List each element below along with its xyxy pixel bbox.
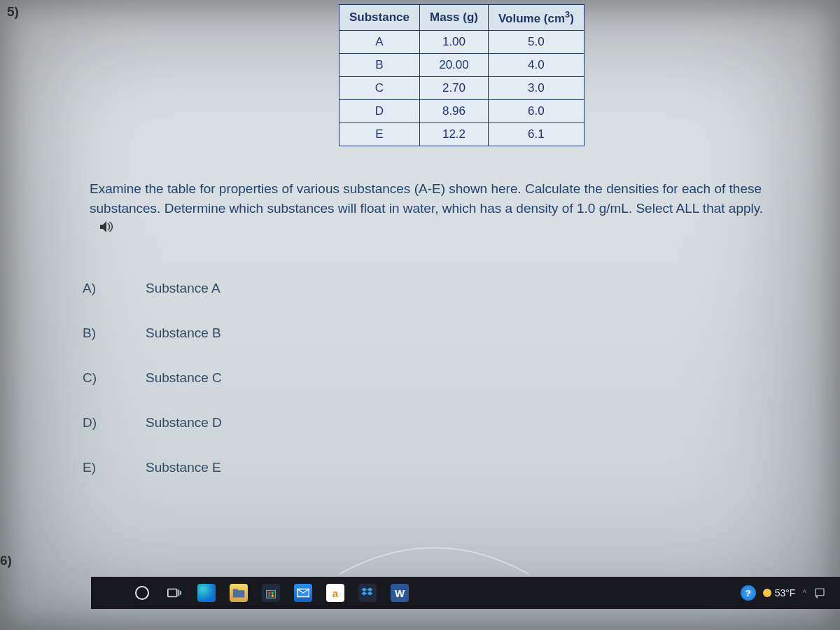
amazon-icon[interactable]: a	[323, 581, 347, 605]
table-cell-substance: C	[340, 76, 420, 99]
task-view-icon[interactable]	[162, 581, 186, 605]
choice-label: Substance C	[146, 370, 222, 386]
meet-now-icon[interactable]: ?	[741, 585, 756, 601]
table-cell-substance: E	[340, 122, 420, 146]
screen-photo: 5) 6) Substance Mass (g) Volume (cm3) A1…	[0, 0, 840, 630]
substance-table: Substance Mass (g) Volume (cm3) A1.005.0…	[339, 4, 584, 146]
answer-choices: A)Substance AB)Substance BC)Substance CD…	[83, 266, 222, 490]
reflection-curve	[336, 536, 532, 578]
question-number-6: 6)	[0, 553, 12, 568]
table-cell-mass: 8.96	[419, 99, 488, 122]
svg-rect-0	[168, 589, 177, 597]
choice-letter: A)	[83, 281, 104, 296]
temperature-text: 53°F	[775, 587, 796, 598]
table-cell-volume: 6.1	[488, 122, 584, 146]
table-cell-mass: 12.2	[419, 122, 488, 146]
choice-label: Substance D	[146, 415, 222, 430]
table-row: D8.966.0	[340, 99, 584, 122]
speaker-icon[interactable]	[98, 218, 115, 239]
table-row: A1.005.0	[340, 30, 584, 53]
svg-rect-3	[267, 590, 276, 598]
table-cell-volume: 3.0	[488, 76, 584, 99]
weather-widget[interactable]: 53°F	[763, 587, 796, 598]
choice-letter: C)	[83, 370, 104, 386]
svg-rect-8	[816, 589, 824, 596]
choice-label: Substance B	[146, 326, 221, 341]
answer-choice-B[interactable]: B)Substance B	[83, 311, 222, 356]
svg-rect-7	[272, 595, 274, 597]
table-cell-substance: D	[340, 99, 420, 122]
choice-label: Substance A	[146, 281, 220, 296]
answer-choice-C[interactable]: C)Substance C	[83, 356, 222, 400]
edge-browser-icon[interactable]	[195, 581, 218, 605]
word-icon[interactable]: W	[388, 581, 412, 605]
cortana-icon[interactable]	[130, 581, 154, 605]
answer-choice-A[interactable]: A)Substance A	[83, 266, 222, 311]
svg-rect-6	[268, 595, 270, 597]
table-cell-mass: 1.00	[419, 30, 488, 53]
choice-letter: D)	[83, 415, 104, 430]
dropbox-icon[interactable]	[356, 581, 379, 605]
windows-taskbar: a W ? 53°F ^	[91, 577, 840, 609]
table-cell-volume: 5.0	[488, 30, 584, 53]
table-row: B20.004.0	[340, 53, 584, 76]
svg-rect-5	[272, 592, 274, 594]
microsoft-store-icon[interactable]	[259, 581, 283, 605]
col-mass: Mass (g)	[419, 5, 488, 31]
col-volume: Volume (cm3)	[488, 5, 584, 31]
table-row: E12.26.1	[340, 122, 584, 146]
notifications-icon[interactable]	[813, 587, 826, 599]
table-cell-mass: 20.00	[419, 53, 488, 76]
svg-rect-4	[268, 592, 270, 594]
answer-choice-E[interactable]: E)Substance E	[83, 445, 222, 490]
table-cell-mass: 2.70	[419, 76, 488, 99]
file-explorer-icon[interactable]	[227, 581, 251, 605]
table-cell-substance: B	[340, 53, 420, 76]
col-substance: Substance	[340, 5, 420, 31]
choice-label: Substance E	[146, 460, 221, 475]
chevron-up-icon[interactable]: ^	[802, 588, 806, 598]
table-row: C2.703.0	[340, 76, 584, 99]
choice-letter: B)	[83, 326, 104, 341]
question-prompt: Examine the table for properties of vari…	[90, 179, 798, 218]
answer-choice-D[interactable]: D)Substance D	[83, 400, 222, 445]
table-cell-substance: A	[340, 30, 420, 53]
table-cell-volume: 4.0	[488, 53, 584, 76]
table-cell-volume: 6.0	[488, 99, 584, 122]
question-number-5: 5)	[7, 4, 19, 20]
weather-icon	[763, 589, 771, 597]
choice-letter: E)	[83, 460, 104, 475]
mail-icon[interactable]	[291, 581, 315, 605]
